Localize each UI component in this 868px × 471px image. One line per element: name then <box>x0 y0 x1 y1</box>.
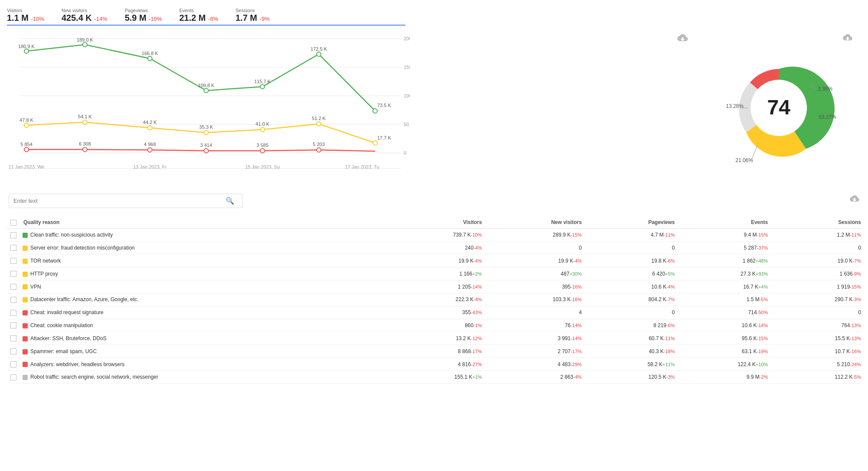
row-quality: Cheat: cookie manipulation <box>20 319 392 332</box>
row-pageviews: 60.7 K-11% <box>585 332 678 345</box>
metric-sessions-value: 1.7 M -9% <box>236 13 270 23</box>
svg-point-44 <box>83 147 87 152</box>
svg-point-35 <box>373 141 377 145</box>
svg-text:17.7 K: 17.7 K <box>377 135 391 140</box>
svg-text:17 Jan 2023, Tu: 17 Jan 2023, Tu <box>345 164 379 169</box>
svg-text:189.0 K: 189.0 K <box>77 37 94 42</box>
row-events: 27.3 K+93% <box>678 267 771 280</box>
row-checkbox[interactable] <box>7 345 20 358</box>
row-events: 1.5 M-5% <box>678 293 771 306</box>
row-sessions: 19.0 K-7% <box>771 254 861 267</box>
svg-point-43 <box>24 147 29 152</box>
row-checkbox[interactable] <box>7 319 20 332</box>
row-visitors: 1 205-14% <box>392 280 486 293</box>
table-row: Cheat: cookie manipulation 860-1% 76-14%… <box>7 319 861 332</box>
row-checkbox[interactable] <box>7 306 20 319</box>
svg-text:13 Jan 2023, Fr: 13 Jan 2023, Fr <box>133 164 166 169</box>
svg-text:44.2 K: 44.2 K <box>143 120 157 125</box>
metric-new-visitors-label: New visitors <box>62 8 107 13</box>
table-row: Spammer: email spam, UGC 8 868-17% 2 707… <box>7 345 861 358</box>
row-sessions: 0 <box>771 306 861 319</box>
row-new-visitors: 487+30% <box>486 267 585 280</box>
row-sessions: 1 919-15% <box>771 280 861 293</box>
row-events: 9.9 M-2% <box>678 370 771 383</box>
donut-center-value: 74 <box>767 96 790 119</box>
row-new-visitors: 4 <box>486 306 585 319</box>
row-pageviews: 0 <box>585 241 678 254</box>
row-visitors: 13.2 K-12% <box>392 332 486 345</box>
row-events: 1 862+48% <box>678 254 771 267</box>
search-input[interactable] <box>13 198 226 204</box>
row-new-visitors: 76-14% <box>486 319 585 332</box>
row-quality: Attacker: SSH, Bruteforce, DDoS <box>20 332 392 345</box>
cloud-icon-search[interactable] <box>850 195 859 205</box>
row-events: 5 287-37% <box>678 241 771 254</box>
row-visitors: 222.3 K-4% <box>392 293 486 306</box>
cloud-download-icon[interactable] <box>677 33 688 45</box>
svg-text:109.8 K: 109.8 K <box>198 83 215 88</box>
row-new-visitors: 4 483-29% <box>486 358 585 371</box>
row-visitors: 8 868-17% <box>392 345 486 358</box>
row-quality: Analyzers: webdriver, headless browsers <box>20 358 392 371</box>
metric-visitors: Visitors 1.1 M -10% <box>7 8 44 23</box>
svg-point-18 <box>204 88 208 93</box>
row-sessions: 764-13% <box>771 319 861 332</box>
row-pageviews: 804.2 K-7% <box>585 293 678 306</box>
row-events: 16.7 K+4% <box>678 280 771 293</box>
svg-text:11 Jan 2023, We: 11 Jan 2023, We <box>9 164 45 169</box>
row-sessions: 0 <box>771 241 861 254</box>
row-pageviews: 10.6 K-4% <box>585 280 678 293</box>
row-checkbox[interactable] <box>7 293 20 306</box>
row-checkbox[interactable] <box>7 254 20 267</box>
row-quality: Cheat: invalid request signature <box>20 306 392 319</box>
col-events: Events <box>678 217 771 228</box>
select-all-checkbox[interactable] <box>7 217 20 228</box>
row-new-visitors: 289.9 K-15% <box>486 228 585 241</box>
svg-point-34 <box>317 122 321 126</box>
row-checkbox[interactable] <box>7 241 20 254</box>
svg-point-32 <box>204 130 208 135</box>
metric-pageviews: Pageviews 5.9 M -10% <box>125 8 162 23</box>
cloud-icon-donut[interactable] <box>843 33 852 43</box>
row-checkbox[interactable] <box>7 280 20 293</box>
svg-text:5 203: 5 203 <box>313 142 325 147</box>
row-pageviews: 4.7 M-11% <box>585 228 678 241</box>
table-row: Datacenter traffic: Amazon, Azure, Googl… <box>7 293 861 306</box>
row-pageviews: 0 <box>585 306 678 319</box>
table-row: Robot traffic: search engine, social net… <box>7 370 861 383</box>
row-events: 95.6 K-15% <box>678 332 771 345</box>
svg-text:115.7 K: 115.7 K <box>254 79 271 84</box>
row-new-visitors: 395-16% <box>486 280 585 293</box>
row-new-visitors: 2 863-4% <box>486 370 585 383</box>
table-row: Cheat: invalid request signature 355-43%… <box>7 306 861 319</box>
row-visitors: 1 166+2% <box>392 267 486 280</box>
main-chart-row: 200.0 K 150.0 K 100.0 K 50.0 K 0 11 Jan … <box>7 30 861 186</box>
metric-new-visitors-value: 425.4 K -14% <box>62 13 107 23</box>
svg-text:166.8 K: 166.8 K <box>142 51 159 56</box>
svg-point-17 <box>148 56 152 61</box>
row-events: 714-50% <box>678 306 771 319</box>
row-sessions: 1.2 M-11% <box>771 228 861 241</box>
row-sessions: 290.7 K-3% <box>771 293 861 306</box>
svg-text:15 Jan 2023, Su: 15 Jan 2023, Su <box>245 164 280 169</box>
row-pageviews: 40.3 K-18% <box>585 345 678 358</box>
svg-text:54.1 K: 54.1 K <box>78 114 92 119</box>
row-new-visitors: 19.9 K-4% <box>486 254 585 267</box>
metrics-bar: Visitors 1.1 M -10% New visitors 425.4 K… <box>7 4 405 26</box>
svg-point-48 <box>317 148 321 152</box>
row-checkbox[interactable] <box>7 228 20 241</box>
row-checkbox[interactable] <box>7 267 20 280</box>
svg-text:51.2 K: 51.2 K <box>312 116 326 121</box>
col-visitors: Visitors <box>392 217 486 228</box>
donut-label-yellow: 21.06% <box>735 157 753 163</box>
row-checkbox[interactable] <box>7 332 20 345</box>
col-quality-reason: Quality reason <box>20 217 392 228</box>
row-checkbox[interactable] <box>7 370 20 383</box>
search-section: 🔍 <box>7 194 861 208</box>
row-visitors: 860-1% <box>392 319 486 332</box>
svg-point-19 <box>260 84 265 89</box>
row-checkbox[interactable] <box>7 358 20 371</box>
svg-text:73.5 K: 73.5 K <box>377 103 391 108</box>
table-row: Analyzers: webdriver, headless browsers … <box>7 358 861 371</box>
search-input-wrap[interactable]: 🔍 <box>9 194 243 208</box>
